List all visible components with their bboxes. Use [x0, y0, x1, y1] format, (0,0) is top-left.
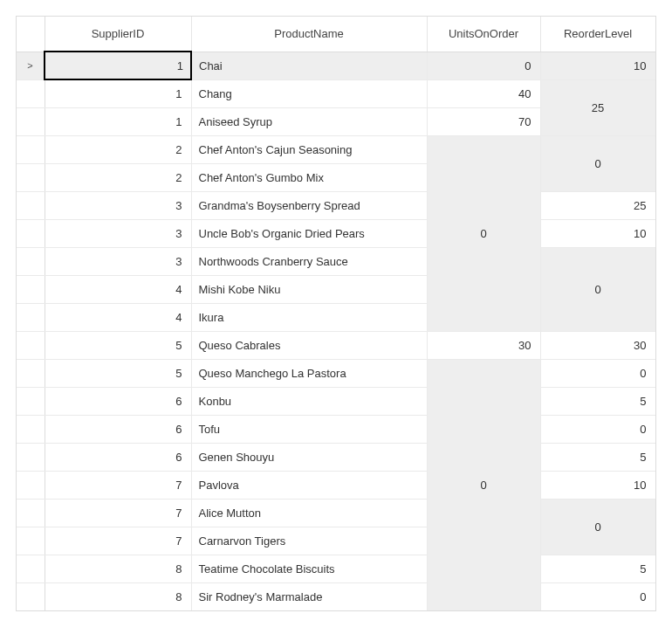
- cell-reorder-level-merged[interactable]: 0: [540, 247, 655, 331]
- cell-supplier-id[interactable]: 1: [45, 107, 191, 135]
- cell-reorder-level[interactable]: 30: [540, 331, 655, 359]
- row-indicator: [17, 247, 45, 275]
- row-indicator: [17, 471, 45, 499]
- col-units-on-order[interactable]: UnitsOnOrder: [427, 17, 540, 52]
- cell-product-name[interactable]: Tofu: [191, 415, 427, 443]
- row-indicator-header: [17, 17, 45, 52]
- table-row[interactable]: 2 Chef Anton's Cajun Seasoning 0 0: [17, 135, 655, 163]
- cell-units-on-order[interactable]: 0: [427, 52, 540, 79]
- cell-product-name[interactable]: Mishi Kobe Niku: [191, 275, 427, 303]
- cell-product-name[interactable]: Sir Rodney's Marmalade: [191, 582, 427, 610]
- cell-supplier-id[interactable]: 1: [45, 52, 191, 79]
- cell-supplier-id[interactable]: 2: [45, 163, 191, 191]
- row-indicator: [17, 107, 45, 135]
- data-grid[interactable]: SupplierID ProductName UnitsOnOrder Reor…: [16, 16, 656, 611]
- cell-reorder-level[interactable]: 0: [540, 582, 655, 610]
- cell-supplier-id[interactable]: 7: [45, 527, 191, 555]
- table-row[interactable]: 3 Uncle Bob's Organic Dried Pears 10: [17, 219, 655, 247]
- cell-product-name[interactable]: Chef Anton's Cajun Seasoning: [191, 135, 427, 163]
- cell-units-on-order[interactable]: 40: [427, 79, 540, 107]
- row-indicator: [17, 163, 45, 191]
- table-row[interactable]: 5 Queso Cabrales 30 30: [17, 331, 655, 359]
- table-row[interactable]: > 1 Chai 0 10: [17, 52, 655, 79]
- cell-supplier-id[interactable]: 5: [45, 359, 191, 387]
- cell-reorder-level-merged[interactable]: 0: [540, 135, 655, 191]
- table-row[interactable]: 6 Genen Shouyu 5: [17, 443, 655, 471]
- cell-supplier-id[interactable]: 1: [45, 79, 191, 107]
- cell-units-on-order[interactable]: 30: [427, 331, 540, 359]
- row-indicator: [17, 191, 45, 219]
- cell-reorder-level[interactable]: 10: [540, 219, 655, 247]
- table-row[interactable]: 8 Teatime Chocolate Biscuits 5: [17, 555, 655, 582]
- table-row[interactable]: 7 Pavlova 10: [17, 471, 655, 499]
- table-row[interactable]: 8 Sir Rodney's Marmalade 0: [17, 582, 655, 610]
- cell-reorder-level[interactable]: 5: [540, 387, 655, 415]
- cell-product-name[interactable]: Chef Anton's Gumbo Mix: [191, 163, 427, 191]
- row-indicator: [17, 415, 45, 443]
- cell-units-on-order-merged[interactable]: 0: [427, 359, 540, 610]
- col-supplier-id[interactable]: SupplierID: [45, 17, 191, 52]
- row-indicator: [17, 219, 45, 247]
- table-row[interactable]: 6 Konbu 5: [17, 387, 655, 415]
- cell-reorder-level-merged[interactable]: 25: [540, 79, 655, 135]
- cell-product-name[interactable]: Carnarvon Tigers: [191, 527, 427, 555]
- row-indicator: [17, 135, 45, 163]
- cell-product-name[interactable]: Chang: [191, 79, 427, 107]
- row-indicator-icon: >: [17, 52, 45, 79]
- row-indicator: [17, 527, 45, 555]
- cell-product-name[interactable]: Aniseed Syrup: [191, 107, 427, 135]
- cell-supplier-id[interactable]: 8: [45, 555, 191, 582]
- cell-product-name[interactable]: Teatime Chocolate Biscuits: [191, 555, 427, 582]
- cell-reorder-level[interactable]: 5: [540, 555, 655, 582]
- cell-reorder-level[interactable]: 10: [540, 471, 655, 499]
- cell-product-name[interactable]: Konbu: [191, 387, 427, 415]
- cell-reorder-level[interactable]: 0: [540, 415, 655, 443]
- col-product-name[interactable]: ProductName: [191, 17, 427, 52]
- cell-reorder-level-merged[interactable]: 0: [540, 499, 655, 555]
- cell-supplier-id[interactable]: 3: [45, 219, 191, 247]
- table-row[interactable]: 1 Chang 40 25: [17, 79, 655, 107]
- row-indicator: [17, 303, 45, 331]
- cell-product-name[interactable]: Northwoods Cranberry Sauce: [191, 247, 427, 275]
- cell-supplier-id[interactable]: 8: [45, 582, 191, 610]
- cell-supplier-id[interactable]: 7: [45, 471, 191, 499]
- data-table: SupplierID ProductName UnitsOnOrder Reor…: [17, 17, 656, 610]
- cell-reorder-level[interactable]: 0: [540, 359, 655, 387]
- row-indicator: [17, 555, 45, 582]
- cell-units-on-order[interactable]: 70: [427, 107, 540, 135]
- cell-product-name[interactable]: Uncle Bob's Organic Dried Pears: [191, 219, 427, 247]
- cell-reorder-level[interactable]: 10: [540, 52, 655, 79]
- cell-units-on-order-merged[interactable]: 0: [427, 135, 540, 331]
- cell-product-name[interactable]: Queso Manchego La Pastora: [191, 359, 427, 387]
- cell-supplier-id[interactable]: 5: [45, 331, 191, 359]
- cell-product-name[interactable]: Queso Cabrales: [191, 331, 427, 359]
- row-indicator: [17, 582, 45, 610]
- cell-supplier-id[interactable]: 3: [45, 191, 191, 219]
- cell-supplier-id[interactable]: 7: [45, 499, 191, 527]
- row-indicator: [17, 499, 45, 527]
- table-row[interactable]: 3 Grandma's Boysenberry Spread 25: [17, 191, 655, 219]
- cell-supplier-id[interactable]: 4: [45, 303, 191, 331]
- cell-supplier-id[interactable]: 6: [45, 415, 191, 443]
- cell-product-name[interactable]: Genen Shouyu: [191, 443, 427, 471]
- cell-supplier-id[interactable]: 2: [45, 135, 191, 163]
- cell-product-name[interactable]: Grandma's Boysenberry Spread: [191, 191, 427, 219]
- row-indicator: [17, 275, 45, 303]
- table-row[interactable]: 6 Tofu 0: [17, 415, 655, 443]
- row-indicator: [17, 79, 45, 107]
- table-row[interactable]: 5 Queso Manchego La Pastora 0 0: [17, 359, 655, 387]
- table-row[interactable]: 7 Alice Mutton 0: [17, 499, 655, 527]
- cell-reorder-level[interactable]: 25: [540, 191, 655, 219]
- col-reorder-level[interactable]: ReorderLevel: [540, 17, 655, 52]
- cell-supplier-id[interactable]: 6: [45, 387, 191, 415]
- cell-reorder-level[interactable]: 5: [540, 443, 655, 471]
- cell-product-name[interactable]: Ikura: [191, 303, 427, 331]
- cell-product-name[interactable]: Alice Mutton: [191, 499, 427, 527]
- cell-supplier-id[interactable]: 6: [45, 443, 191, 471]
- table-row[interactable]: 3 Northwoods Cranberry Sauce 0: [17, 247, 655, 275]
- row-indicator: [17, 443, 45, 471]
- cell-supplier-id[interactable]: 4: [45, 275, 191, 303]
- cell-product-name[interactable]: Chai: [191, 52, 427, 79]
- cell-supplier-id[interactable]: 3: [45, 247, 191, 275]
- cell-product-name[interactable]: Pavlova: [191, 471, 427, 499]
